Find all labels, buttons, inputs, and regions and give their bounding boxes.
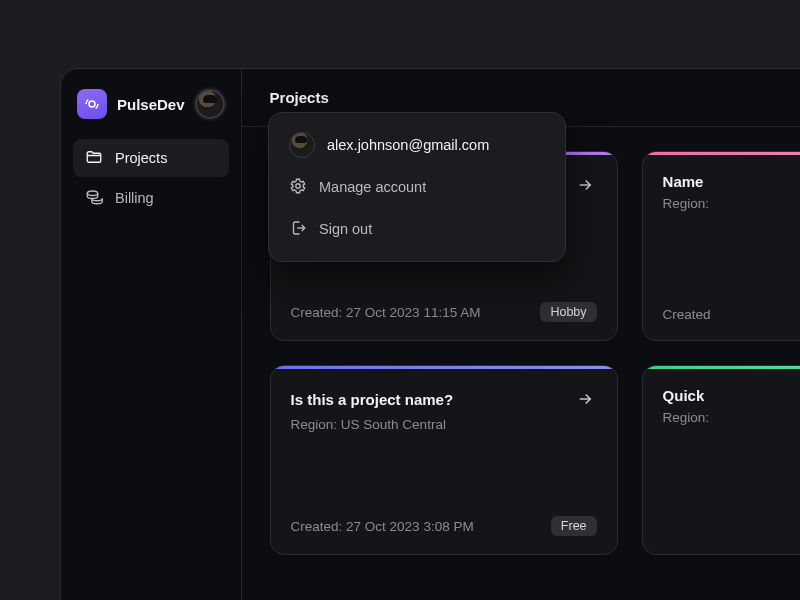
project-created: Created <box>663 307 711 322</box>
project-name: Name <box>663 173 704 190</box>
account-menu: alex.johnson@gmail.com Manage account Si… <box>268 112 566 262</box>
sidebar-item-label: Projects <box>115 150 167 166</box>
svg-point-0 <box>89 101 95 107</box>
brand-logo <box>77 89 107 119</box>
card-body: Quick Region: <box>643 369 800 522</box>
card-footer: Created <box>643 293 800 340</box>
svg-point-2 <box>296 183 301 188</box>
manage-account-label: Manage account <box>319 179 426 195</box>
svg-point-1 <box>87 191 98 196</box>
sign-out-label: Sign out <box>319 221 372 237</box>
sign-out-icon <box>289 219 307 240</box>
plan-badge: Hobby <box>540 302 596 322</box>
project-region: Region: <box>663 196 800 211</box>
project-region: Region: <box>663 410 800 425</box>
project-card[interactable]: Name Region: Created <box>642 151 800 341</box>
avatar[interactable] <box>195 89 225 119</box>
avatar <box>289 132 315 158</box>
brand-name: PulseDev <box>117 96 185 113</box>
sidebar-nav: Projects Billing <box>73 139 229 217</box>
page-title-text: Projects <box>270 89 329 106</box>
open-project-button[interactable] <box>573 387 597 411</box>
project-created: Created: 27 Oct 2023 11:15 AM <box>291 305 481 320</box>
card-body: Is this a project name? Region: US South… <box>271 369 617 502</box>
card-footer: Created: 27 Oct 2023 11:15 AM Hobby <box>271 288 617 340</box>
folder-icon <box>85 148 103 169</box>
gear-icon <box>289 177 307 198</box>
sign-out-button[interactable]: Sign out <box>281 209 553 249</box>
arrow-right-icon <box>576 390 594 408</box>
project-name: Quick <box>663 387 705 404</box>
account-email: alex.johnson@gmail.com <box>327 137 489 153</box>
project-region: Region: US South Central <box>291 417 597 432</box>
sidebar-item-projects[interactable]: Projects <box>73 139 229 177</box>
sidebar: PulseDev Projects <box>61 69 242 600</box>
coins-icon <box>85 188 103 209</box>
card-footer <box>643 522 800 554</box>
open-project-button[interactable] <box>573 173 597 197</box>
project-card[interactable]: Quick Region: <box>642 365 800 555</box>
project-card[interactable]: Is this a project name? Region: US South… <box>270 365 618 555</box>
arrow-right-icon <box>576 176 594 194</box>
account-email-row: alex.johnson@gmail.com <box>281 125 553 165</box>
project-name: Is this a project name? <box>291 391 454 408</box>
sidebar-item-label: Billing <box>115 190 154 206</box>
plan-badge: Free <box>551 516 597 536</box>
card-body: Name Region: <box>643 155 800 293</box>
project-created: Created: 27 Oct 2023 3:08 PM <box>291 519 474 534</box>
card-footer: Created: 27 Oct 2023 3:08 PM Free <box>271 502 617 554</box>
brand-row: PulseDev <box>73 87 229 137</box>
manage-account-button[interactable]: Manage account <box>281 167 553 207</box>
sidebar-item-billing[interactable]: Billing <box>73 179 229 217</box>
